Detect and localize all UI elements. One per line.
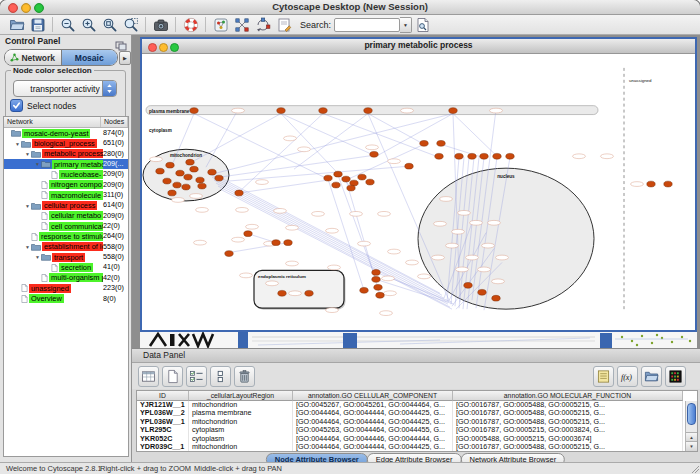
- gene-node[interactable]: [182, 184, 190, 190]
- column-header[interactable]: ID: [137, 391, 189, 401]
- window-titlebar[interactable]: Cytoscape Desktop (New Session): [0, 0, 700, 15]
- tab-mosaic[interactable]: Mosaic: [62, 50, 118, 65]
- network-graph[interactable]: plasma membranecytoplasmmitochondrionnuc…: [142, 54, 695, 330]
- unselect-attributes-icon[interactable]: [210, 366, 231, 387]
- gene-node[interactable]: [198, 183, 206, 189]
- gene-node[interactable]: [190, 108, 198, 114]
- gene-node[interactable]: [215, 175, 223, 181]
- tab-scroll-right-button[interactable]: ▶: [119, 51, 131, 65]
- layout-scale-icon[interactable]: [233, 16, 250, 33]
- search-dropdown-button[interactable]: ▼: [400, 17, 412, 33]
- gene-node[interactable]: [235, 190, 243, 196]
- gene-node[interactable]: [455, 153, 463, 159]
- tree-row[interactable]: ▼cellular process614(0): [4, 200, 128, 210]
- tree-column-nodes[interactable]: Nodes: [101, 117, 128, 127]
- expander-icon[interactable]: ▼: [4, 151, 30, 157]
- column-header[interactable]: annotation.GO CELLULAR_COMPONENT: [293, 391, 453, 401]
- gene-node[interactable]: [225, 251, 233, 257]
- tree-row[interactable]: nucleobase-209(0): [4, 169, 128, 179]
- tree-row[interactable]: mosaic-demo-yeast874(0): [4, 128, 128, 138]
- tree-row[interactable]: response to stimulu264(0): [4, 231, 128, 241]
- new-attribute-icon[interactable]: [162, 366, 183, 387]
- expander-icon[interactable]: ▼: [4, 244, 30, 250]
- table-row[interactable]: YKR052Ccytoplasm[GO:0044464, GO:0044446,…: [137, 435, 697, 443]
- gene-node[interactable]: [244, 231, 252, 237]
- gene-node[interactable]: [168, 190, 176, 196]
- table-row[interactable]: YPL036W__1mitochondrion[GO:0044464, GO:0…: [137, 418, 697, 426]
- gene-node[interactable]: [647, 181, 655, 187]
- gene-node[interactable]: [166, 162, 174, 168]
- tree-row[interactable]: cell communicat22(0): [4, 221, 128, 231]
- scroll-down-button[interactable]: ▼: [686, 441, 697, 451]
- gene-node[interactable]: [347, 185, 355, 191]
- gene-node[interactable]: [468, 153, 476, 159]
- tab-network[interactable]: Network: [5, 50, 62, 65]
- snapshot-icon[interactable]: [152, 16, 169, 33]
- tree-row[interactable]: ▼establishment of lo558(0): [4, 242, 128, 252]
- tree-row[interactable]: secretion41(0): [4, 262, 128, 272]
- column-header[interactable]: annotation.GO MOLECULAR_FUNCTION: [453, 391, 683, 401]
- gene-node[interactable]: [372, 270, 380, 276]
- node-color-select[interactable]: transporter activity: [13, 80, 117, 97]
- table-row[interactable]: YLR295Ccytoplasm[GO:0045263, GO:0044464,…: [137, 426, 697, 434]
- expander-icon[interactable]: ▼: [4, 141, 20, 147]
- overview-icon[interactable]: [212, 16, 229, 33]
- open-icon[interactable]: [8, 16, 25, 33]
- tree-row[interactable]: macromolecule311(0): [4, 190, 128, 200]
- tree-row[interactable]: ▼transport558(0): [4, 252, 128, 262]
- gene-node[interactable]: [370, 151, 378, 157]
- gene-node[interactable]: [492, 295, 500, 301]
- gene-node[interactable]: [358, 174, 366, 180]
- gene-node[interactable]: [305, 290, 313, 296]
- float-panel-icon[interactable]: [115, 37, 127, 47]
- gene-node[interactable]: [319, 108, 327, 114]
- gene-node[interactable]: [506, 153, 514, 159]
- gene-node[interactable]: [277, 108, 285, 114]
- tree-row[interactable]: multi-organism pro42(0): [4, 273, 128, 283]
- expander-icon[interactable]: ▼: [4, 254, 40, 260]
- tree-row[interactable]: ▼primary metabo209(...: [4, 159, 128, 169]
- gene-node[interactable]: [324, 175, 332, 181]
- tree-row[interactable]: cellular metabo209(0): [4, 211, 128, 221]
- table-row[interactable]: YDR039C__1mitochondrion[GO:0044464, GO:0…: [137, 443, 697, 451]
- gene-node[interactable]: [376, 292, 384, 298]
- gene-node[interactable]: [420, 140, 428, 146]
- gene-node[interactable]: [464, 282, 472, 288]
- gene-node[interactable]: [493, 153, 501, 159]
- help-icon[interactable]: [182, 16, 199, 33]
- gene-node[interactable]: [186, 159, 194, 165]
- gene-node[interactable]: [437, 140, 445, 146]
- tree-row[interactable]: unassigned223(0): [4, 283, 128, 293]
- table-row[interactable]: YJR121W__1mitochondrion[GO:0045267, GO:0…: [137, 401, 697, 409]
- gene-node[interactable]: [334, 171, 342, 177]
- data-panel-title[interactable]: Data Panel: [132, 349, 700, 363]
- gene-node[interactable]: [372, 276, 380, 282]
- gene-node[interactable]: [366, 179, 374, 185]
- gene-node[interactable]: [284, 240, 292, 246]
- search-config-icon[interactable]: [414, 16, 431, 33]
- select-nodes-checkbox[interactable]: [10, 99, 23, 112]
- gene-node[interactable]: [342, 176, 350, 182]
- function-builder-icon[interactable]: f(x): [617, 366, 638, 387]
- save-icon[interactable]: [29, 16, 46, 33]
- gene-node[interactable]: [374, 284, 382, 290]
- gene-node[interactable]: [664, 181, 672, 187]
- zoom-region-icon[interactable]: [122, 16, 139, 33]
- delete-attribute-icon[interactable]: [234, 366, 255, 387]
- gene-node[interactable]: [332, 182, 340, 188]
- batch-editor-icon[interactable]: [593, 366, 614, 387]
- attribute-table[interactable]: ID_cellularLayoutRegionannotation.GO CEL…: [136, 390, 698, 452]
- table-scrollbar-thumb[interactable]: [687, 403, 696, 425]
- column-header[interactable]: _cellularLayoutRegion: [189, 391, 293, 401]
- gene-node[interactable]: [278, 290, 286, 296]
- zoom-in-icon[interactable]: [80, 16, 97, 33]
- search-input[interactable]: [334, 18, 400, 32]
- zoom-fit-icon[interactable]: [101, 16, 118, 33]
- select-attributes-icon[interactable]: [186, 366, 207, 387]
- attribute-table-icon[interactable]: [138, 366, 159, 387]
- gene-node[interactable]: [480, 153, 488, 159]
- network-canvas[interactable]: plasma membranecytoplasmmitochondrionnuc…: [142, 54, 695, 330]
- zoom-out-icon[interactable]: [59, 16, 76, 33]
- import-attributes-icon[interactable]: [641, 366, 662, 387]
- tree-row[interactable]: nitrogen compo209(0): [4, 180, 128, 190]
